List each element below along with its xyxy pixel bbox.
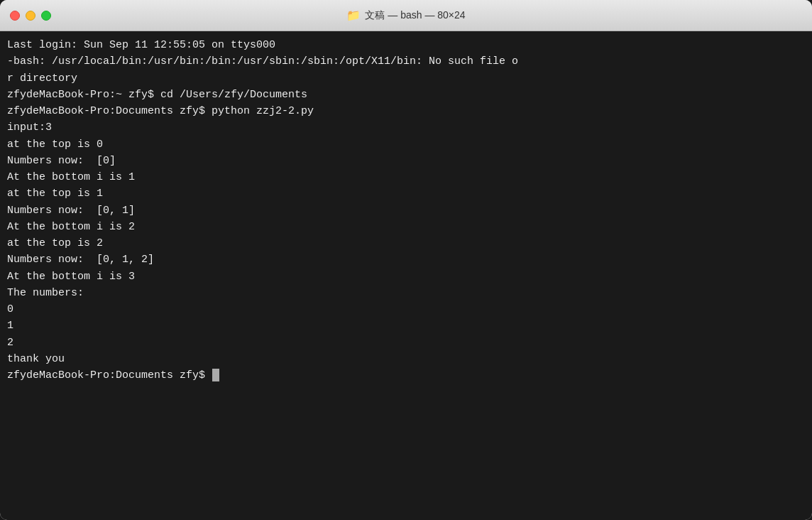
terminal-line: Numbers now: [0, 1] xyxy=(7,202,805,219)
terminal-window: 📁 文稿 — bash — 80×24 Last login: Sun Sep … xyxy=(0,0,812,520)
close-button[interactable] xyxy=(10,11,20,21)
window-title: 📁 文稿 — bash — 80×24 xyxy=(346,9,465,22)
terminal-line: r directory xyxy=(7,70,805,87)
terminal-line: At the bottom i is 1 xyxy=(7,169,805,185)
terminal-line: at the top is 1 xyxy=(7,185,805,202)
terminal-line: 2 xyxy=(7,335,805,351)
terminal-line: Numbers now: [0, 1, 2] xyxy=(7,251,805,268)
terminal-line: Numbers now: [0] xyxy=(7,153,805,169)
terminal-output: Last login: Sun Sep 11 12:55:05 on ttys0… xyxy=(7,37,805,384)
terminal-line: at the top is 0 xyxy=(7,136,805,153)
traffic-lights xyxy=(10,11,51,21)
terminal-line: The numbers: xyxy=(7,285,805,301)
maximize-button[interactable] xyxy=(41,11,51,21)
terminal-line: zfydeMacBook-Pro:Documents zfy$ xyxy=(7,367,805,384)
terminal-line: thank you xyxy=(7,351,805,367)
terminal-line: At the bottom i is 2 xyxy=(7,219,805,235)
terminal-line: zfydeMacBook-Pro:~ zfy$ cd /Users/zfy/Do… xyxy=(7,87,805,103)
terminal-body[interactable]: Last login: Sun Sep 11 12:55:05 on ttys0… xyxy=(0,31,812,520)
terminal-line: -bash: /usr/local/bin:/usr/bin:/bin:/usr… xyxy=(7,53,805,70)
terminal-line: 0 xyxy=(7,301,805,318)
terminal-line: input:3 xyxy=(7,119,805,136)
terminal-line: zfydeMacBook-Pro:Documents zfy$ python z… xyxy=(7,103,805,119)
folder-icon: 📁 xyxy=(346,9,361,22)
title-bar: 📁 文稿 — bash — 80×24 xyxy=(0,0,812,31)
terminal-line: Last login: Sun Sep 11 12:55:05 on ttys0… xyxy=(7,37,805,53)
terminal-cursor xyxy=(212,369,219,381)
terminal-line: At the bottom i is 3 xyxy=(7,269,805,285)
title-label: 文稿 — bash — 80×24 xyxy=(365,9,465,22)
minimize-button[interactable] xyxy=(26,11,35,21)
terminal-line: at the top is 2 xyxy=(7,235,805,251)
terminal-line: 1 xyxy=(7,318,805,334)
